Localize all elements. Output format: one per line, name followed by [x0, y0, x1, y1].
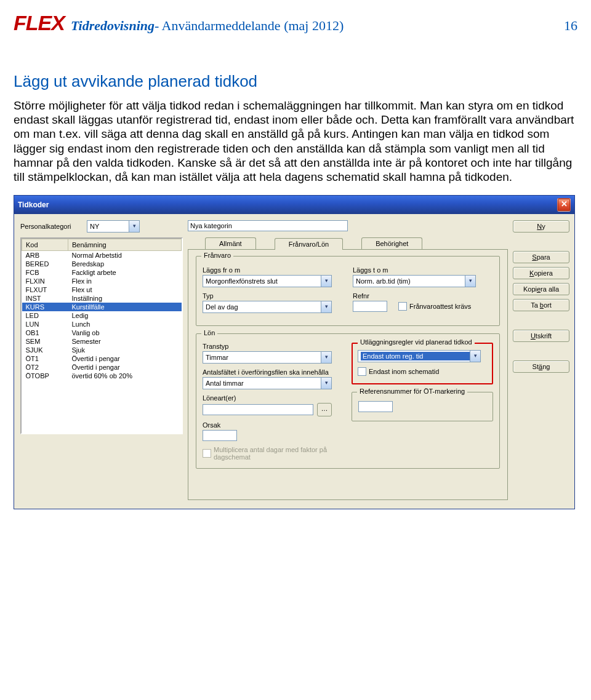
col-kod[interactable]: Kod [22, 239, 68, 251]
table-row[interactable]: KURSKurstillfälle [22, 303, 182, 311]
table-row[interactable]: INSTInställning [22, 294, 182, 303]
table-row[interactable]: LEDLedig [22, 311, 182, 320]
category-name-input[interactable] [188, 220, 348, 231]
titlebar: Tidkoder ✕ [14, 196, 574, 214]
tidkoder-table[interactable]: Kod Benämning ARBNormal ArbetstidBEREDBe… [20, 237, 183, 434]
chevron-down-icon[interactable]: ▾ [321, 378, 331, 389]
col-benamning[interactable]: Benämning [68, 239, 182, 251]
table-row[interactable]: ÖT2Övertid i pengar [22, 363, 182, 372]
antalsfalt-select[interactable]: Antal timmar ▾ [203, 377, 332, 389]
loneart-label: Löneart(er) [203, 394, 343, 402]
typ-label: Typ [203, 292, 343, 300]
laggs-from-label: Läggs fr o m [203, 266, 343, 274]
body-paragraph: Större möjligheter för att välja tidkod … [14, 98, 577, 184]
table-row[interactable]: OB1Vanlig ob [22, 328, 182, 337]
table-row[interactable]: FLXUTFlex ut [22, 285, 182, 294]
refnr-ot-input[interactable] [358, 401, 393, 412]
logo: FLEX [14, 11, 65, 35]
orsak-label: Orsak [203, 421, 343, 429]
chevron-down-icon[interactable]: ▾ [321, 301, 331, 312]
chevron-down-icon[interactable]: ▾ [465, 276, 475, 287]
doc-title-sub: - Användarmeddelande (maj 2012) [155, 18, 344, 34]
legend-franvaro: Frånvaro [201, 252, 233, 259]
table-row[interactable]: BEREDBeredskap [22, 260, 182, 268]
refnr-label: Refnr [353, 292, 493, 300]
multiplicera-checkbox: Multiplicera antal dagar med faktor på d… [203, 446, 337, 461]
table-row[interactable]: LUNLunch [22, 320, 182, 328]
stang-button[interactable]: Stäng [513, 360, 569, 373]
laggs-tom-label: Läggs t o m [353, 266, 493, 274]
chevron-down-icon[interactable]: ▾ [321, 352, 331, 363]
laggs-tom-select[interactable]: Norm. arb.tid (tim) ▾ [353, 275, 476, 287]
utlaggning-select[interactable]: Endast utom reg. tid ▾ [358, 350, 481, 362]
refnr-input[interactable] [353, 301, 387, 312]
doc-title-main: Tidredovisning [71, 18, 155, 34]
chevron-down-icon[interactable]: ▾ [470, 351, 480, 362]
doc-header: FLEX Tidredovisning - Användarmeddelande… [14, 11, 577, 35]
orsak-input[interactable] [203, 430, 237, 441]
loneart-browse-button[interactable]: … [317, 403, 332, 416]
legend-utlaggning: Utläggningsregler vid planerad tidkod [358, 338, 475, 346]
transtyp-select[interactable]: Timmar ▾ [203, 351, 332, 364]
close-icon[interactable]: ✕ [557, 198, 571, 212]
personalkategori-select[interactable]: NY ▾ [87, 220, 140, 233]
ta-bort-button[interactable]: Ta bort [513, 299, 569, 311]
tab-row: Allmänt Frånvaro/Lön Behörighet [188, 236, 508, 249]
page-number: 16 [564, 18, 577, 34]
kopiera-button[interactable]: Kopiera [513, 267, 569, 279]
franvaroattest-checkbox[interactable]: Frånvaroattest krävs [398, 302, 471, 311]
tabpanel-franvaro-lon: Frånvaro Läggs fr o m Morgonflexfönstret… [188, 249, 508, 500]
table-row[interactable]: FLXINFlex in [22, 277, 182, 285]
group-lon: Lön Transtyp Timmar ▾ Antals [196, 333, 500, 469]
legend-refnr-ot: Referensnummer för ÖT-markering [357, 388, 467, 395]
tab-franvaro-lon[interactable]: Frånvaro/Lön [275, 238, 343, 250]
typ-select[interactable]: Del av dag ▾ [203, 301, 332, 313]
personalkategori-label: Personalkategori [20, 223, 83, 230]
group-utlaggningsregler: Utläggningsregler vid planerad tidkod En… [352, 343, 493, 384]
ny-button[interactable]: Ny [513, 220, 569, 233]
table-row[interactable]: FCBFackligt arbete [22, 268, 182, 277]
table-row[interactable]: SEMSemester [22, 337, 182, 346]
chevron-down-icon[interactable]: ▾ [321, 276, 331, 287]
tab-allmant[interactable]: Allmänt [205, 237, 256, 249]
transtyp-label: Transtyp [203, 343, 343, 350]
spara-button[interactable]: Spara [513, 251, 569, 263]
tab-behorighet[interactable]: Behörighet [361, 237, 422, 249]
table-row[interactable]: ÖT1Övertid i pengar [22, 354, 182, 363]
utskrift-button[interactable]: Utskrift [513, 330, 569, 342]
window-title: Tidkoder [18, 201, 49, 209]
laggs-from-select[interactable]: Morgonflexfönstrets slut ▾ [203, 275, 332, 287]
section-heading: Lägg ut avvikande planerad tidkod [14, 72, 577, 91]
legend-lon: Lön [201, 329, 217, 336]
table-row[interactable]: SJUKSjuk [22, 346, 182, 354]
table-row[interactable]: ARBNormal Arbetstid [22, 251, 182, 260]
kopiera-alla-button[interactable]: Kopiera alla [513, 283, 569, 295]
antalsfalt-label: Antalsfältet i överföringsfilen ska inne… [203, 368, 343, 376]
table-row[interactable]: ÖTOBPövertid 60% ob 20% [22, 372, 182, 380]
chevron-down-icon[interactable]: ▾ [129, 221, 139, 232]
schematid-checkbox[interactable]: Endast inom schematid [358, 367, 439, 376]
group-franvaro: Frånvaro Läggs fr o m Morgonflexfönstret… [196, 256, 500, 326]
tidkoder-dialog: Tidkoder ✕ Personalkategori NY ▾ Kod Ben… [14, 195, 575, 509]
loneart-input[interactable] [203, 404, 313, 415]
group-refnr-ot: Referensnummer för ÖT-markering [352, 392, 493, 421]
